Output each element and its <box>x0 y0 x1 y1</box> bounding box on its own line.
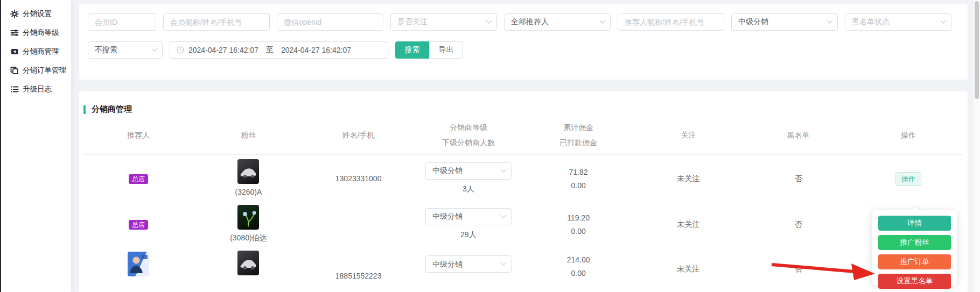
follow-status: 未关注 <box>677 172 699 186</box>
set-blacklist-button[interactable]: 设置黑名单 <box>878 274 951 289</box>
export-button[interactable]: 导出 <box>429 41 463 59</box>
chevron-down-icon <box>940 18 946 24</box>
vertical-scrollbar <box>974 0 980 292</box>
row-level-select[interactable]: 中级分销 <box>425 208 512 225</box>
filter-panel: 是否关注 全部推荐人 中级分销 黑名单状态 不搜索 2024-04-27 16:… <box>79 4 968 80</box>
video-icon <box>10 47 19 56</box>
row-action-button[interactable]: 操作 <box>895 172 921 186</box>
referrer-keyword-input[interactable] <box>618 13 724 31</box>
name-phone: 13023331000 <box>335 172 382 186</box>
search-mode-select[interactable]: 不搜索 <box>88 41 163 59</box>
follow-status-select[interactable]: 是否关注 <box>390 13 497 31</box>
fan-avatar-car[interactable] <box>237 159 259 184</box>
blacklist-status: 否 <box>795 218 802 231</box>
col-action: 操作 <box>853 116 963 154</box>
date-end: 2024-04-27 16:42:07 <box>281 46 351 54</box>
commission-paid: 0.00 <box>571 179 586 193</box>
sidebar-item-upgrade-log[interactable]: 升级日志 <box>1 80 71 98</box>
row-level-select[interactable]: 中级分销 <box>425 255 512 273</box>
sliders-icon <box>10 29 19 37</box>
sidebar: 分销设置 分销商等级 分销商管理 分销订单管理 升级日志 <box>1 0 72 292</box>
filter-actions: 搜索 导出 <box>395 41 463 59</box>
chevron-down-icon <box>500 260 506 266</box>
chevron-down-icon <box>827 18 832 24</box>
date-to-label: 至 <box>266 45 274 55</box>
sidebar-item-label: 分销订单管理 <box>23 66 66 75</box>
table-row: 18851552223 中级分销 214.00 0.00 未关注 否 操作 <box>83 246 963 292</box>
name-phone: 18851552223 <box>335 269 382 283</box>
row-level-select[interactable]: 中级分销 <box>425 162 512 180</box>
chevron-down-icon <box>599 18 605 24</box>
referrer-badge: 总店 <box>129 174 148 184</box>
member-id-input[interactable] <box>88 13 156 31</box>
sidebar-item-distribution-settings[interactable]: 分销设置 <box>1 4 71 23</box>
sidebar-item-distributor-management[interactable]: 分销商管理 <box>1 42 71 61</box>
distributor-table: 推荐人 粉丝 姓名/手机 分销商等级 下级分销商人数 累计佣金 已打款佣金 关注… <box>83 116 963 292</box>
wechat-openid-input[interactable] <box>277 13 383 31</box>
referrer-avatar-person[interactable] <box>128 252 149 276</box>
commission-paid: 0.00 <box>571 225 586 238</box>
blacklist-status-select[interactable]: 黑名单状态 <box>845 13 951 31</box>
chevron-down-icon <box>151 46 157 52</box>
fan-avatar-plant[interactable] <box>237 205 259 230</box>
sidebar-item-label: 分销商等级 <box>23 28 59 38</box>
commission-total: 71.82 <box>569 166 588 179</box>
col-commission: 累计佣金 已打款佣金 <box>523 116 633 154</box>
chevron-down-icon <box>486 18 492 24</box>
col-follow: 关注 <box>633 116 743 154</box>
chevron-down-icon <box>500 166 506 172</box>
gear-icon <box>10 10 19 18</box>
fan-name: (3260)A <box>235 186 262 199</box>
action-menu-popup: 详情 推广粉丝 推广订单 设置黑名单 <box>872 210 957 286</box>
fan-name: (3080)伯达 <box>230 231 267 245</box>
detail-button[interactable]: 详情 <box>878 216 951 231</box>
list-icon <box>10 85 19 94</box>
col-name-phone: 姓名/手机 <box>304 116 414 154</box>
date-range-picker[interactable]: 2024-04-27 16:42:07 至 2024-04-27 16:42:0… <box>170 41 388 59</box>
page-title: 分销商管理 <box>92 104 132 115</box>
referrer-badge: 总店 <box>129 220 148 230</box>
commission-total: 214.00 <box>567 253 590 267</box>
filter-row-1: 是否关注 全部推荐人 中级分销 黑名单状态 <box>88 13 959 31</box>
table-header: 推荐人 粉丝 姓名/手机 分销商等级 下级分销商人数 累计佣金 已打款佣金 关注… <box>83 116 963 155</box>
subordinate-count: 29人 <box>460 228 477 241</box>
chevron-down-icon <box>500 212 506 218</box>
blacklist-status: 否 <box>795 172 802 186</box>
commission-paid: 0.00 <box>571 267 586 280</box>
col-fans: 粉丝 <box>193 116 303 154</box>
sidebar-item-distributor-level[interactable]: 分销商等级 <box>1 23 71 42</box>
section-header: 分销商管理 <box>79 91 968 115</box>
col-level: 分销商等级 下级分销商人数 <box>414 116 523 154</box>
member-nickname-input[interactable] <box>163 13 270 31</box>
table-row: 总店 (3080)伯达 中级分销 29人 119.20 0.00 未关注 否 <box>83 203 963 246</box>
commission-total: 119.20 <box>567 211 590 225</box>
col-blacklist: 黑名单 <box>744 116 853 154</box>
filter-row-2: 不搜索 2024-04-27 16:42:07 至 2024-04-27 16:… <box>88 41 959 59</box>
referrer-select[interactable]: 全部推荐人 <box>504 13 611 31</box>
sidebar-item-distribution-orders[interactable]: 分销订单管理 <box>1 61 71 80</box>
title-accent-bar <box>83 105 86 114</box>
col-referrer: 推荐人 <box>83 116 193 154</box>
follow-status: 未关注 <box>677 262 699 276</box>
promote-fans-button[interactable]: 推广粉丝 <box>878 235 951 250</box>
blacklist-status: 否 <box>795 262 802 276</box>
sidebar-item-label: 分销商管理 <box>23 47 59 56</box>
sidebar-item-label: 分销设置 <box>23 9 52 19</box>
copy-icon <box>10 66 19 75</box>
sidebar-item-label: 升级日志 <box>23 84 52 94</box>
level-select[interactable]: 中级分销 <box>731 13 838 31</box>
fan-avatar-car[interactable] <box>237 251 259 275</box>
date-start: 2024-04-27 16:42:07 <box>188 46 258 54</box>
subordinate-count: 3人 <box>463 182 474 196</box>
clock-icon <box>177 46 184 54</box>
search-button[interactable]: 搜索 <box>395 41 429 59</box>
distributor-table-panel: 分销商管理 推荐人 粉丝 姓名/手机 分销商等级 下级分销商人数 累计佣金 已打… <box>79 91 968 292</box>
table-row: 总店 (3260)A 13023331000 中级分销 3人 71.82 0.0… <box>83 155 963 203</box>
promote-orders-button[interactable]: 推广订单 <box>878 254 951 269</box>
scrollbar-thumb[interactable] <box>975 1 979 99</box>
follow-status: 未关注 <box>677 218 699 231</box>
